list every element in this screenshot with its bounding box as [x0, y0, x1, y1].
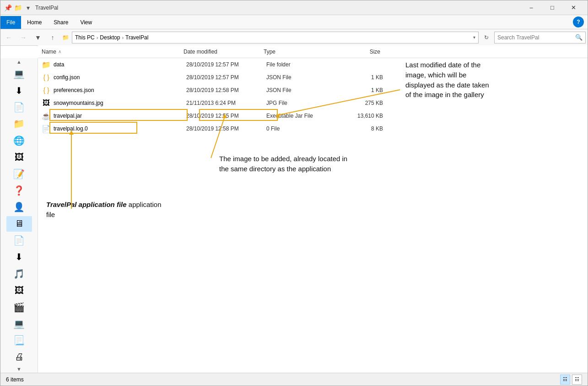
refresh-button[interactable]: ↻ [480, 32, 492, 43]
sidebar-item-10[interactable]: 📄 [6, 233, 32, 248]
sidebar-item-5[interactable]: 🖼 [6, 149, 32, 165]
file-date-data: 28/10/2019 12:57 PM [186, 61, 266, 68]
file-row-travelpallog[interactable]: 📄 travelpal.log.0 28/10/2019 12:58 PM 0 … [38, 122, 588, 135]
file-type-config: JSON File [266, 74, 346, 81]
forward-button[interactable]: → [17, 31, 30, 44]
annotation-last-modified: Last modified date of the image, which w… [405, 60, 489, 100]
breadcrumb-desktop[interactable]: Desktop [100, 34, 120, 41]
sidebar-icon-5: 🖼 [15, 152, 24, 163]
sidebar-item-13[interactable]: 🖼 [6, 283, 32, 298]
file-date-preferences: 28/10/2019 12:58 PM [186, 87, 266, 93]
sidebar-item-8[interactable]: 👤 [6, 199, 32, 215]
title-bar: 📌 📁 ▾ TravelPal – □ ✕ [0, 0, 588, 15]
search-input[interactable] [497, 34, 575, 41]
breadcrumb-travelpal[interactable]: TravelPal [125, 34, 148, 41]
breadcrumb: This PC › Desktop › TravelPal [75, 34, 148, 41]
sidebar-icon-0: 💻 [13, 68, 25, 79]
sidebar-icon-9: 🖥 [15, 218, 24, 229]
title-bar-controls: – □ ✕ [521, 0, 584, 15]
arrow-down-icon: ▾ [24, 4, 32, 11]
breadcrumb-thispc[interactable]: This PC [75, 34, 95, 41]
sidebar-item-0[interactable]: 💻 [6, 66, 32, 82]
window: 📌 📁 ▾ TravelPal – □ ✕ File Home Share Vi… [0, 0, 588, 386]
annotation-travelpal-app: TravelPal application file application f… [46, 200, 162, 220]
file-date-travelpaljar: 28/10/2019 12:55 PM [186, 113, 266, 119]
maximize-button[interactable]: □ [542, 0, 563, 15]
tab-share[interactable]: Share [48, 16, 74, 29]
sidebar-item-6[interactable]: 📝 [6, 166, 32, 181]
sidebar-icon-7: ❓ [13, 185, 25, 196]
sidebar-item-3[interactable]: 📁 [6, 116, 32, 131]
file-type-data: File folder [266, 61, 346, 68]
file-row-snowymountains[interactable]: 🖼 snowymountains.jpg 21/11/2013 6:24 PM … [38, 97, 588, 109]
sidebar-icon-2: 📄 [13, 102, 25, 113]
file-size-travelpallog: 8 KB [346, 125, 383, 132]
address-area: ← → ▼ ↑ 📁 This PC › Desktop › TravelPal … [0, 29, 588, 46]
tab-home[interactable]: Home [21, 16, 48, 29]
dropdown-arrow-button[interactable]: ▼ [32, 31, 44, 44]
file-row-config[interactable]: { } config.json 28/10/2019 12:57 PM JSON… [38, 71, 588, 84]
sidebar-icon-4: 🌐 [13, 135, 25, 146]
left-sidebar: ▲ 💻 ⬇ 📄 📁 🌐 🖼 📝 ❓ 👤 🖥 📄 ⬇ 🎵 🖼 🎬 💻 📃 🖨 ▼ [0, 58, 38, 373]
tab-file[interactable]: File [0, 16, 21, 29]
search-icon: 🔍 [575, 34, 583, 41]
folder-icon-data: 📁 [42, 60, 51, 69]
file-type-travelpallog: 0 File [266, 125, 346, 132]
file-type-snowymountains: JPG File [266, 100, 346, 106]
sidebar-scroll-down[interactable]: ▼ [0, 365, 38, 373]
sidebar-item-15[interactable]: 💻 [6, 316, 32, 332]
file-date-config: 28/10/2019 12:57 PM [186, 74, 266, 81]
file-size-travelpaljar: 13,610 KB [346, 113, 383, 119]
sidebar-item-12[interactable]: 🎵 [6, 266, 32, 282]
sidebar-item-7[interactable]: ❓ [6, 183, 32, 198]
large-icons-view-button[interactable]: ☷ [572, 375, 582, 385]
file-row-preferences[interactable]: { } preferences.json 28/10/2019 12:58 PM… [38, 84, 588, 97]
tab-view[interactable]: View [74, 16, 98, 29]
sidebar-icon-16: 📃 [13, 335, 25, 346]
file-name-config: config.json [54, 74, 186, 81]
sidebar-item-14[interactable]: 🎬 [6, 299, 32, 315]
col-header-date[interactable]: Date modified [183, 49, 264, 55]
sidebar-icon-14: 🎬 [13, 302, 25, 313]
details-view-button[interactable]: ☷ [560, 375, 570, 385]
sidebar-item-2[interactable]: 📄 [6, 99, 32, 115]
file-row-data[interactable]: 📁 data 28/10/2019 12:57 PM File folder [38, 58, 588, 71]
sidebar-icon-12: 🎵 [13, 268, 25, 279]
col-header-size[interactable]: Size [344, 49, 380, 55]
view-controls: ☷ ☷ [560, 375, 582, 385]
minimize-button[interactable]: – [521, 0, 542, 15]
address-dropdown-btn[interactable]: ▾ [473, 35, 475, 40]
sidebar-icon-6: 📝 [13, 169, 25, 179]
file-type-travelpaljar: Executable Jar File [266, 113, 346, 119]
sidebar-item-17[interactable]: 🖨 [6, 349, 32, 365]
sidebar-icon-15: 💻 [13, 318, 25, 329]
file-date-travelpallog: 28/10/2019 12:58 PM [186, 125, 266, 132]
sidebar-item-4[interactable]: 🌐 [6, 133, 32, 148]
sidebar-icon-1: ⬇ [15, 85, 23, 96]
search-box: 🔍 [494, 32, 586, 43]
file-name-travelpaljar: travelpal.jar [54, 113, 186, 119]
sidebar-item-16[interactable]: 📃 [6, 332, 32, 348]
file-name-data: data [54, 61, 186, 68]
up-button[interactable]: ↑ [46, 31, 59, 44]
file-name-preferences: preferences.json [54, 87, 186, 93]
col-header-type[interactable]: Type [264, 49, 344, 55]
address-bar[interactable]: This PC › Desktop › TravelPal ▾ [72, 32, 479, 43]
col-header-name[interactable]: Name ∧ [42, 49, 183, 55]
back-button[interactable]: ← [2, 31, 15, 44]
sidebar-item-11[interactable]: ⬇ [6, 249, 32, 265]
items-count: 6 items [6, 376, 24, 383]
sidebar-item-1[interactable]: ⬇ [6, 82, 32, 98]
sidebar-icon-3: 📁 [13, 118, 25, 129]
folder-icon: 📁 [61, 34, 70, 41]
sort-indicator: ∧ [58, 49, 61, 54]
file-row-travelpaljar[interactable]: ☕ travelpal.jar 28/10/2019 12:55 PM Exec… [38, 109, 588, 122]
sidebar-item-9[interactable]: 🖥 [6, 216, 32, 232]
close-button[interactable]: ✕ [563, 0, 584, 15]
file-size-config: 1 KB [346, 74, 383, 81]
help-button[interactable]: ? [573, 16, 584, 27]
sidebar-icon-13: 🖼 [15, 285, 24, 296]
quick-access-icon: 📌 [4, 4, 11, 11]
sidebar-scroll-up[interactable]: ▲ [0, 58, 38, 65]
sidebar-icon-8: 👤 [13, 201, 25, 212]
